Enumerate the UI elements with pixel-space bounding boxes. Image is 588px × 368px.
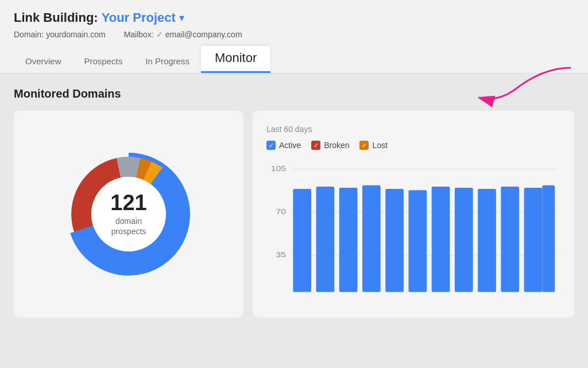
donut-chart-card: 121 domain prospects [14,111,243,317]
check-icon: ✓ [156,30,163,39]
tabs-row: Overview Prospects In Progress Monitor [14,46,574,73]
bar-chart-card: Last 60 days ✓ Active ✓ Broken ✓ Lost [253,111,574,317]
legend-lost-icon: ✓ [359,141,369,150]
domain-label: Domain: [14,30,44,39]
svg-text:105: 105 [271,164,286,173]
legend-active: ✓ Active [266,141,301,150]
mailbox-label: Mailbox: [124,30,154,39]
charts-container: 121 domain prospects Last 60 days ✓ Acti… [14,111,574,317]
legend-active-label: Active [279,141,301,150]
svg-rect-14 [385,189,404,292]
main-content: Monitored Domains [0,73,588,331]
svg-rect-13 [362,185,381,292]
svg-rect-16 [432,187,450,292]
svg-text:70: 70 [276,207,286,216]
bar-chart-svg: 105 70 35 [266,160,560,298]
donut-number: 121 [110,192,146,214]
svg-text:35: 35 [276,250,286,259]
bar-period-label: Last 60 days [266,125,560,134]
svg-rect-21 [542,185,555,292]
legend-active-icon: ✓ [266,141,276,150]
svg-rect-15 [408,190,427,292]
donut-label: domain prospects [110,216,146,237]
domain-info: Domain: yourdomain.com [14,30,106,39]
svg-rect-18 [478,189,496,292]
legend-broken-label: Broken [324,141,349,150]
bar-chart-area: 105 70 35 [266,160,560,298]
tab-in-progress[interactable]: In Progress [134,51,201,73]
legend-broken-icon: ✓ [311,141,320,150]
page-title-static: Link Building: [14,10,98,25]
tab-monitor[interactable]: Monitor [201,46,270,73]
svg-rect-12 [339,188,358,292]
chevron-down-icon[interactable]: ▾ [179,11,184,24]
svg-rect-10 [293,189,311,292]
meta-row: Domain: yourdomain.com Mailbox: ✓ email@… [14,30,574,39]
svg-rect-11 [316,187,335,292]
legend-lost: ✓ Lost [359,141,387,150]
section-title: Monitored Domains [14,87,574,100]
svg-rect-19 [501,187,519,292]
donut-center: 121 domain prospects [110,192,146,237]
tab-overview[interactable]: Overview [14,51,73,73]
tab-prospects[interactable]: Prospects [73,51,134,73]
donut-chart: 121 domain prospects [54,140,203,289]
legend-broken: ✓ Broken [311,141,349,150]
domain-value: yourdomain.com [46,30,106,39]
svg-rect-17 [455,188,473,292]
mailbox-info: Mailbox: ✓ email@company.com [124,30,242,39]
page-title-project[interactable]: Your Project [102,10,176,25]
email-value: email@company.com [165,30,242,39]
legend: ✓ Active ✓ Broken ✓ Lost [266,141,560,150]
legend-lost-label: Lost [372,141,387,150]
header: Link Building: Your Project ▾ Domain: yo… [0,0,588,73]
svg-rect-20 [524,188,543,292]
title-row: Link Building: Your Project ▾ [14,10,574,25]
